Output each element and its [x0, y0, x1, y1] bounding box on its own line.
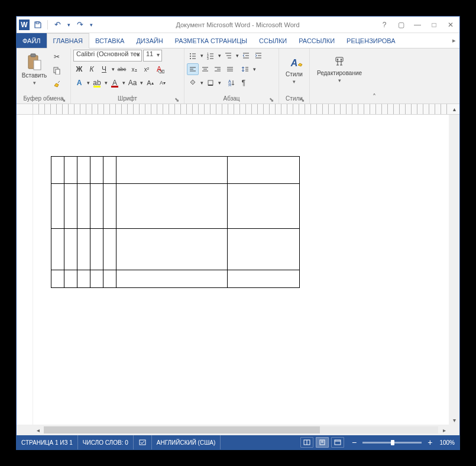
zoom-level[interactable]: 100%: [435, 435, 459, 449]
tab-insert[interactable]: ВСТАВКА: [89, 33, 130, 48]
change-case-dropdown[interactable]: ▾: [139, 77, 144, 89]
ribbon-display-button[interactable]: ▢: [396, 20, 406, 30]
save-button[interactable]: [32, 19, 44, 31]
paste-button[interactable]: Вставить ▾: [19, 50, 50, 89]
font-name-select[interactable]: Calibri (Основной тек: [73, 50, 142, 62]
italic-button[interactable]: К: [86, 63, 98, 75]
table-row[interactable]: [51, 270, 300, 288]
undo-button[interactable]: ↶: [51, 19, 63, 31]
align-left-button[interactable]: [187, 63, 199, 75]
sort-button[interactable]: AЯ: [225, 77, 237, 89]
maximize-button[interactable]: □: [429, 20, 439, 30]
clipboard-launcher[interactable]: ⬊: [61, 96, 67, 102]
vscroll-down[interactable]: ▾: [449, 415, 459, 425]
align-center-button[interactable]: [199, 63, 211, 75]
paragraph-launcher[interactable]: ⬊: [269, 96, 275, 102]
undo-dropdown[interactable]: ▾: [66, 19, 72, 31]
help-button[interactable]: ?: [379, 20, 390, 30]
tab-references[interactable]: ССЫЛКИ: [253, 33, 293, 48]
editing-button[interactable]: Редактирование ▾: [312, 50, 367, 89]
numbering-dropdown[interactable]: ▾: [217, 50, 222, 62]
shading-dropdown[interactable]: ▾: [199, 77, 204, 89]
redo-button[interactable]: ↷: [74, 19, 86, 31]
tab-file[interactable]: ФАЙЛ: [17, 33, 47, 48]
styles-button[interactable]: A Стили ▾: [281, 50, 307, 89]
view-print-layout[interactable]: [316, 437, 329, 448]
underline-dropdown[interactable]: ▾: [111, 63, 115, 75]
vertical-scrollbar[interactable]: ▾: [449, 115, 459, 425]
line-spacing-button[interactable]: [239, 63, 251, 75]
multilevel-list-button[interactable]: [222, 50, 234, 62]
line-spacing-dropdown[interactable]: ▾: [252, 63, 257, 75]
shading-button[interactable]: [187, 77, 199, 89]
hscroll-thumb[interactable]: [44, 426, 320, 433]
status-proofing[interactable]: [134, 435, 152, 449]
hscroll-right[interactable]: ▸: [439, 427, 449, 433]
table-row[interactable]: [51, 157, 300, 184]
tabs-overflow[interactable]: ▸: [449, 33, 459, 48]
highlight-dropdown[interactable]: ▾: [103, 77, 108, 89]
tab-design[interactable]: ДИЗАЙН: [130, 33, 169, 48]
close-button[interactable]: ✕: [445, 20, 456, 30]
align-justify-button[interactable]: [224, 63, 236, 75]
zoom-in-button[interactable]: +: [425, 438, 435, 446]
vscroll-up[interactable]: ▴: [449, 104, 459, 114]
clear-formatting-button[interactable]: A⌫: [153, 63, 165, 75]
borders-button[interactable]: [205, 77, 216, 89]
tab-home[interactable]: ГЛАВНАЯ: [47, 33, 89, 48]
bullets-dropdown[interactable]: ▾: [199, 50, 204, 62]
multilevel-dropdown[interactable]: ▾: [235, 50, 239, 62]
table-row[interactable]: [51, 229, 300, 270]
zoom-slider[interactable]: [362, 442, 422, 444]
document-table[interactable]: [51, 156, 300, 288]
zoom-out-button[interactable]: −: [349, 438, 359, 446]
change-case-button[interactable]: Aa: [127, 77, 138, 89]
underline-button[interactable]: Ч: [98, 63, 110, 75]
bullets-button[interactable]: [187, 50, 199, 62]
view-read-mode[interactable]: [300, 437, 313, 448]
cut-button[interactable]: ✂: [51, 51, 63, 63]
show-marks-button[interactable]: ¶: [238, 77, 250, 89]
shrink-font-button[interactable]: A▾: [157, 77, 169, 89]
copy-button[interactable]: [51, 64, 63, 76]
table-row[interactable]: [51, 184, 300, 229]
increase-indent-button[interactable]: [252, 50, 264, 62]
collapse-ribbon-button[interactable]: ˄: [373, 93, 376, 101]
strikethrough-button[interactable]: abc: [116, 63, 128, 75]
status-language[interactable]: АНГЛИЙСКИЙ (США): [152, 435, 221, 449]
align-right-button[interactable]: [212, 63, 224, 75]
minimize-button[interactable]: —: [412, 20, 423, 30]
decrease-indent-button[interactable]: [240, 50, 252, 62]
format-painter-button[interactable]: [51, 78, 63, 90]
hscroll-left[interactable]: ◂: [33, 427, 43, 433]
tab-review[interactable]: РЕЦЕНЗИРОВА: [341, 33, 401, 48]
numbering-button[interactable]: 123: [205, 50, 216, 62]
qat-customize[interactable]: ▾: [88, 19, 94, 31]
font-size-select[interactable]: 11: [143, 50, 162, 62]
bold-button[interactable]: Ж: [73, 63, 85, 75]
view-web-layout[interactable]: [331, 437, 344, 448]
horizontal-ruler[interactable]: ▴: [17, 104, 459, 115]
font-color-dropdown[interactable]: ▾: [121, 77, 126, 89]
grow-font-button[interactable]: A▴: [144, 77, 156, 89]
document-page[interactable]: [33, 115, 449, 425]
svg-rect-0: [36, 22, 39, 24]
svg-rect-5: [56, 69, 60, 75]
borders-dropdown[interactable]: ▾: [217, 77, 222, 89]
tab-mailings[interactable]: РАССЫЛКИ: [293, 33, 341, 48]
font-launcher[interactable]: ⬊: [174, 96, 180, 102]
text-effects-dropdown[interactable]: ▾: [86, 77, 90, 89]
highlight-button[interactable]: ab: [91, 77, 103, 89]
svg-rect-3: [34, 60, 41, 70]
subscript-button[interactable]: x₂: [128, 63, 140, 75]
text-effects-button[interactable]: A: [73, 77, 85, 89]
ribbon: Вставить ▾ ✂ Буфер обмена⬊ C: [17, 48, 459, 104]
superscript-button[interactable]: x²: [141, 63, 153, 75]
horizontal-scrollbar[interactable]: ◂ ▸: [17, 425, 459, 435]
styles-launcher[interactable]: ⬊: [300, 96, 306, 102]
status-word-count[interactable]: ЧИСЛО СЛОВ: 0: [78, 435, 134, 449]
tab-page-layout[interactable]: РАЗМЕТКА СТРАНИЦЫ: [169, 33, 253, 48]
status-page[interactable]: СТРАНИЦА 1 ИЗ 1: [17, 435, 78, 449]
font-color-button[interactable]: A: [109, 77, 121, 89]
vertical-ruler[interactable]: [17, 115, 33, 425]
